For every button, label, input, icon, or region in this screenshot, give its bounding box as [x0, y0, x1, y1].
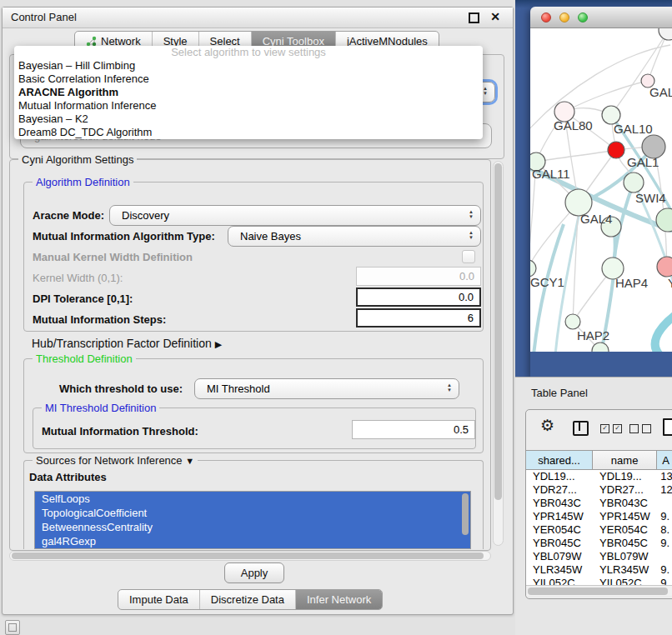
application-window: Control Panel ✕ Network Style Select Cyn…	[0, 0, 672, 635]
list-scrollbar-thumb[interactable]	[462, 493, 469, 535]
settings-scrollbar-thumb[interactable]	[494, 163, 502, 500]
node-swi4[interactable]	[624, 172, 644, 192]
mi-threshold-field[interactable]: 0.5	[352, 420, 475, 439]
float-panel-icon[interactable]	[469, 12, 479, 23]
dropdown-item-mutual-information[interactable]: Mutual Information Inference	[14, 99, 483, 112]
docked-window-icon[interactable]	[5, 620, 20, 635]
column-header-partial[interactable]: A	[657, 451, 672, 469]
cell-value	[657, 550, 672, 563]
node-salmon[interactable]	[657, 257, 672, 277]
split-columns-icon[interactable]	[573, 421, 589, 436]
mi-type-combo[interactable]: Naive Bayes ▲▼	[228, 226, 481, 247]
table-row[interactable]: YBR043CYBR043C	[526, 497, 672, 510]
dropdown-item-aracne[interactable]: ARACNE Algorithm	[14, 86, 483, 99]
list-item-gal4rgexp[interactable]: gal4RGexp	[35, 534, 470, 548]
table-row[interactable]: YBL079WYBL079W	[526, 550, 672, 563]
dpi-tolerance-value: 0.0	[459, 291, 474, 303]
cyni-bottom-tabs: Impute Data Discretize Data Infer Networ…	[118, 589, 383, 610]
manual-kernel-checkbox[interactable]	[462, 250, 475, 263]
tab-impute-data[interactable]: Impute Data	[118, 590, 199, 609]
settings-group-title: Cyni Algorithm Settings	[18, 153, 137, 166]
settings-horizontal-scrollbar[interactable]	[9, 551, 491, 561]
node-gcy1[interactable]	[530, 260, 536, 277]
cell-name: YIL052C	[593, 577, 657, 585]
table-row[interactable]: YDL19...YDL19...13	[526, 470, 672, 483]
page-icon[interactable]	[663, 418, 672, 436]
table-panel-title: Table Panel	[531, 387, 588, 399]
combo-arrows-icon: ▲▼	[447, 382, 452, 392]
node-label-y-partial: Y	[668, 276, 672, 290]
manual-kernel-label: Manual Kernel Width Definition	[33, 251, 193, 263]
settings-vertical-scrollbar[interactable]	[493, 161, 504, 546]
mi-threshold-group-title: MI Threshold Definition	[42, 402, 159, 414]
node-hap2[interactable]	[565, 314, 580, 329]
dropdown-item-basic-correlation[interactable]: Basic Correlation Inference	[14, 72, 483, 86]
column-header-sharedname[interactable]: shared...	[526, 451, 593, 469]
cell-name: YBR043C	[593, 497, 657, 510]
hub-definition-toggle[interactable]: Hub/Transcription Factor Definition ▶	[32, 337, 222, 350]
table-row[interactable]: YPR145WYPR145W9.	[526, 510, 672, 523]
table-row[interactable]: YBR045CYBR045C9.	[526, 537, 672, 550]
column-header-name[interactable]: name	[593, 451, 657, 469]
aracne-mode-label: Aracne Mode:	[33, 209, 104, 222]
apply-button-label: Apply	[241, 567, 268, 579]
close-panel-icon[interactable]: ✕	[490, 10, 500, 23]
cell-value: 9.	[657, 537, 672, 550]
collapse-down-icon[interactable]: ▼	[185, 456, 194, 466]
dropdown-item-bayesian-k2[interactable]: Bayesian – K2	[14, 112, 483, 126]
cell-shared: YBR045C	[526, 537, 593, 550]
which-threshold-combo[interactable]: MI Threshold ▲▼	[194, 378, 459, 399]
gear-icon[interactable]: ⚙	[540, 418, 554, 433]
mi-steps-field[interactable]: 6	[356, 308, 481, 328]
node-gal1[interactable]	[608, 142, 624, 158]
zoom-window-icon[interactable]	[578, 12, 588, 22]
table-hscrollbar-thumb[interactable]	[528, 588, 668, 595]
list-item-betweennesscentrality[interactable]: BetweennessCentrality	[35, 520, 470, 534]
network-nodes	[530, 28, 672, 352]
combo-arrows-icon: ▲▼	[469, 230, 474, 240]
table-row[interactable]: YIL052CYIL052C9	[526, 577, 672, 585]
dropdown-item-bayesian-hill-climbing[interactable]: Bayesian – Hill Climbing	[14, 59, 483, 72]
sources-group: Sources for Network Inference ▼ Data Att…	[23, 460, 484, 549]
cell-value: 9	[657, 577, 672, 585]
table-subwindow: ⚙ ✓ ✓ shared... name A YDL19...YDL19...1…	[525, 409, 672, 599]
network-labels: GAL GAL80 GAL10 GAL1 GAL11 SWI4 GAL4 GCY…	[530, 85, 672, 342]
tab-infer-network[interactable]: Infer Network	[295, 590, 382, 609]
list-item-selfloops[interactable]: SelfLoops	[35, 492, 470, 506]
close-window-icon[interactable]	[541, 12, 551, 22]
node-right-green[interactable]	[656, 208, 672, 232]
table-header: shared... name A	[526, 450, 672, 470]
data-attributes-label: Data Attributes	[29, 471, 107, 483]
table-row[interactable]: YLR345WYLR345W9.	[526, 563, 672, 577]
threshold-definition-title: Threshold Definition	[33, 352, 136, 365]
mi-steps-label: Mutual Information Steps:	[33, 313, 166, 326]
table-horizontal-scrollbar[interactable]	[526, 585, 672, 596]
cell-shared: YBL079W	[526, 550, 593, 563]
deselect-all-icon[interactable]	[629, 424, 651, 433]
settings-hscrollbar-thumb[interactable]	[12, 552, 484, 559]
cell-name: YDL19...	[593, 470, 657, 483]
network-window-titlebar[interactable]	[530, 7, 672, 28]
select-all-icon[interactable]: ✓ ✓	[600, 424, 622, 433]
which-threshold-value: MI Threshold	[207, 382, 270, 395]
aracne-mode-combo[interactable]: Discovery ▲▼	[109, 205, 481, 226]
mi-type-value: Naive Bayes	[240, 230, 301, 242]
kernel-width-field[interactable]: 0.0	[356, 267, 481, 286]
node-top-right[interactable]	[659, 28, 672, 40]
table-row[interactable]: YDR27...YDR27...12	[526, 483, 672, 497]
algorithm-definition-group: Algorithm Definition Aracne Mode: Discov…	[23, 182, 484, 332]
list-item-topologicalcoefficient[interactable]: TopologicalCoefficient	[35, 506, 470, 520]
dpi-tolerance-field[interactable]: 0.0	[356, 288, 481, 307]
tab-discretize-data[interactable]: Discretize Data	[199, 590, 295, 609]
dpi-tolerance-label: DPI Tolerance [0,1]:	[33, 292, 133, 305]
column-header-label: shared...	[538, 454, 580, 467]
network-canvas[interactable]: GAL GAL80 GAL10 GAL1 GAL11 SWI4 GAL4 GCY…	[530, 28, 672, 352]
which-threshold-label: Which threshold to use:	[59, 382, 183, 395]
table-row[interactable]: YER054CYER054C8.	[526, 523, 672, 537]
apply-button[interactable]: Apply	[224, 562, 284, 583]
minimize-window-icon[interactable]	[559, 12, 569, 22]
table-panel: Table Panel ⚙ ✓ ✓ shared... name A YDL19…	[515, 377, 672, 635]
cell-value: 12	[657, 483, 672, 497]
dropdown-item-dream8[interactable]: Dream8 DC_TDC Algorithm	[14, 126, 483, 139]
data-attributes-list: SelfLoops TopologicalCoefficient Between…	[34, 491, 471, 549]
